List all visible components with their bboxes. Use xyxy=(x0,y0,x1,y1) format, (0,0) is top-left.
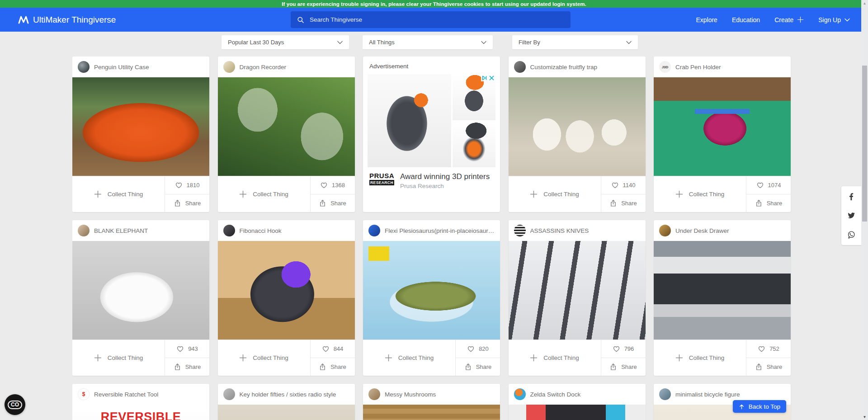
nav-explore[interactable]: Explore xyxy=(696,16,717,24)
creator-avatar[interactable]: $ xyxy=(78,388,90,400)
scrollbar-up-arrow[interactable]: ▲ xyxy=(861,0,868,6)
whatsapp-icon[interactable] xyxy=(847,231,855,239)
cookie-preferences-button[interactable]: CO xyxy=(5,394,25,415)
collect-thing-button[interactable]: Collect Thing xyxy=(509,176,601,212)
thing-title[interactable]: Flexi Plesiosaurus(print-in-placeiosauru… xyxy=(385,227,495,234)
thing-title[interactable]: Key holder fifties / sixties radio style xyxy=(240,391,336,398)
thing-card-header[interactable]: Customizable fruitfly trap xyxy=(509,57,646,77)
thing-thumbnail[interactable] xyxy=(218,241,355,340)
scrollbar-thumb[interactable] xyxy=(862,66,867,222)
like-button[interactable]: 1140 xyxy=(601,176,646,194)
thing-thumbnail[interactable] xyxy=(363,241,500,340)
creator-avatar[interactable]: J3D xyxy=(659,61,671,73)
adchoices-icon[interactable] xyxy=(481,75,488,81)
creator-avatar[interactable] xyxy=(223,225,235,236)
like-button[interactable]: 1368 xyxy=(311,176,355,194)
collect-thing-button[interactable]: Collect Thing xyxy=(218,340,311,376)
creator-avatar[interactable] xyxy=(78,225,90,236)
prusa-research-logo[interactable]: PRUSA RESEARCH xyxy=(369,172,394,185)
ad-advertiser[interactable]: Prusa Research xyxy=(400,183,490,189)
search-input[interactable] xyxy=(309,16,564,24)
creator-avatar[interactable] xyxy=(223,61,235,73)
search-bar[interactable] xyxy=(291,11,571,28)
creator-avatar[interactable] xyxy=(78,61,90,73)
thing-card-header[interactable]: Fibonacci Hook xyxy=(218,220,355,241)
like-button[interactable]: 1810 xyxy=(165,176,209,194)
thing-thumbnail[interactable]: REVERSIBLE xyxy=(72,405,209,420)
thing-thumbnail[interactable] xyxy=(509,405,646,420)
filter-by-dropdown[interactable]: Filter By xyxy=(512,35,638,49)
thing-card-header[interactable]: J3D Crab Pen Holder xyxy=(654,57,791,77)
share-button[interactable]: Share xyxy=(165,194,209,212)
share-button[interactable]: Share xyxy=(601,194,646,212)
like-button[interactable]: 796 xyxy=(601,340,646,358)
thing-title[interactable]: Zelda Switch Dock xyxy=(530,391,581,398)
thing-title[interactable]: minimalist bicycle figure xyxy=(675,391,740,398)
thing-title[interactable]: Fibonacci Hook xyxy=(240,227,282,234)
like-button[interactable]: 752 xyxy=(746,340,791,358)
page-scrollbar[interactable]: ▲ ▼ xyxy=(861,0,868,420)
thing-thumbnail[interactable] xyxy=(218,405,355,420)
creator-avatar[interactable] xyxy=(659,388,671,400)
thing-title[interactable]: Penguin Utility Case xyxy=(94,64,149,71)
thing-title[interactable]: Messy Mushrooms xyxy=(385,391,436,398)
creator-avatar[interactable] xyxy=(514,388,526,400)
like-button[interactable]: 1074 xyxy=(746,176,791,194)
nav-sign-up[interactable]: Sign Up xyxy=(818,16,850,24)
ad-close-icon[interactable] xyxy=(488,75,495,81)
facebook-icon[interactable] xyxy=(847,193,855,201)
thing-card-header[interactable]: Flexi Plesiosaurus(print-in-placeiosauru… xyxy=(363,220,500,241)
thing-card-header[interactable]: Penguin Utility Case xyxy=(72,57,209,77)
thing-card-header[interactable]: ASSASSINS KNIVES xyxy=(509,220,646,241)
thing-title[interactable]: ASSASSINS KNIVES xyxy=(530,227,589,234)
thingiverse-logo[interactable]: UltiMaker Thingiverse xyxy=(18,8,116,32)
like-button[interactable]: 820 xyxy=(456,340,500,358)
share-button[interactable]: Share xyxy=(165,358,209,376)
thing-title[interactable]: Dragon Recorder xyxy=(240,64,287,71)
thing-thumbnail[interactable] xyxy=(72,241,209,340)
thing-title[interactable]: Crab Pen Holder xyxy=(675,64,721,71)
thing-card-header[interactable]: Key holder fifties / sixties radio style xyxy=(218,384,355,405)
thing-thumbnail[interactable] xyxy=(654,241,791,340)
like-button[interactable]: 844 xyxy=(311,340,355,358)
thing-thumbnail[interactable] xyxy=(509,77,646,176)
thing-thumbnail[interactable] xyxy=(72,77,209,176)
thing-title[interactable]: Customizable fruitfly trap xyxy=(530,64,598,71)
nav-education[interactable]: Education xyxy=(732,16,760,24)
scrollbar-down-arrow[interactable]: ▼ xyxy=(861,414,868,420)
share-button[interactable]: Share xyxy=(311,194,355,212)
collect-thing-button[interactable]: Collect Thing xyxy=(218,176,311,212)
thing-card-header[interactable]: Zelda Switch Dock xyxy=(509,384,646,405)
collect-thing-button[interactable]: Collect Thing xyxy=(654,176,746,212)
nav-create[interactable]: Create xyxy=(774,16,804,24)
ad-banner[interactable] xyxy=(368,74,495,167)
collect-thing-button[interactable]: Collect Thing xyxy=(654,340,746,376)
share-button[interactable]: Share xyxy=(746,194,791,212)
thing-card-header[interactable]: Messy Mushrooms xyxy=(363,384,500,405)
thing-title[interactable]: Under Desk Drawer xyxy=(675,227,729,234)
thing-thumbnail[interactable] xyxy=(509,241,646,340)
creator-avatar[interactable] xyxy=(514,61,526,73)
thing-thumbnail[interactable] xyxy=(654,77,791,176)
thing-card-header[interactable]: $ Reversible Ratchet Tool xyxy=(72,384,209,405)
creator-avatar[interactable] xyxy=(659,225,671,236)
back-to-top-button[interactable]: Back to Top xyxy=(733,400,786,413)
thing-card-header[interactable]: Dragon Recorder xyxy=(218,57,355,77)
twitter-icon[interactable] xyxy=(847,212,855,220)
share-button[interactable]: Share xyxy=(601,358,646,376)
collect-thing-button[interactable]: Collect Thing xyxy=(72,176,165,212)
thing-thumbnail[interactable] xyxy=(218,77,355,176)
thing-thumbnail[interactable] xyxy=(363,405,500,420)
collect-thing-button[interactable]: Collect Thing xyxy=(363,340,456,376)
share-button[interactable]: Share xyxy=(311,358,355,376)
creator-avatar[interactable] xyxy=(368,225,380,236)
share-button[interactable]: Share xyxy=(746,358,791,376)
share-button[interactable]: Share xyxy=(456,358,500,376)
thing-type-dropdown[interactable]: All Things xyxy=(363,35,493,49)
like-button[interactable]: 943 xyxy=(165,340,209,358)
creator-avatar[interactable] xyxy=(223,388,235,400)
thing-title[interactable]: BLANK ELEPHANT xyxy=(94,227,148,234)
thing-card-header[interactable]: Under Desk Drawer xyxy=(654,220,791,241)
sort-dropdown[interactable]: Popular Last 30 Days xyxy=(222,35,349,49)
thing-card-header[interactable]: BLANK ELEPHANT xyxy=(72,220,209,241)
